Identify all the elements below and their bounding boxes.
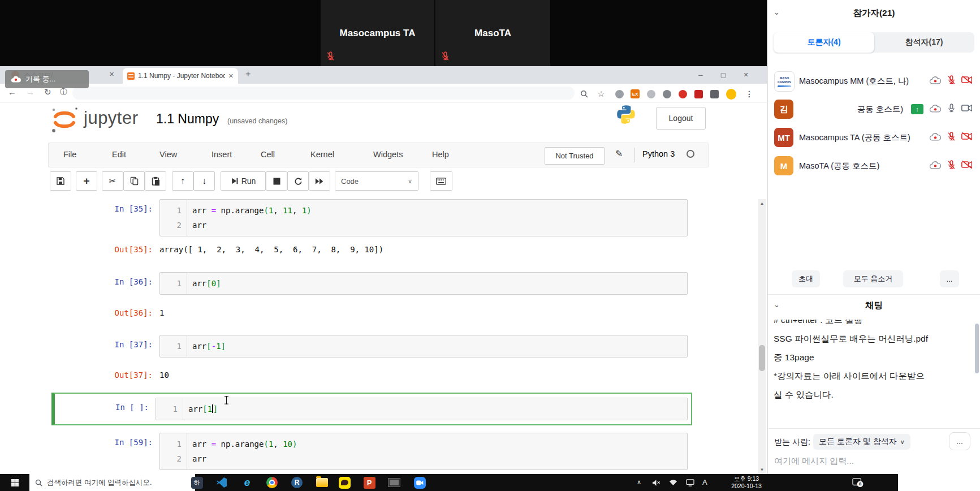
minimize-button[interactable]: ─ [689,66,712,84]
new-tab-button[interactable]: + [245,69,251,79]
chat-recipient-select[interactable]: 모든 토론자 및 참석자 ∨ [813,434,910,450]
toolbar-restart-run-all-button[interactable] [309,171,330,191]
code-cell[interactable]: In [35]:12arr = np.arange(1, 11, 1)arr [55,199,688,236]
menu-widgets[interactable]: Widgets [373,150,403,159]
video-off-icon[interactable] [961,160,973,171]
taskbar-clock[interactable]: 오후 9:13 2020-10-13 [724,475,769,490]
toolbar-command-palette-button[interactable] [430,171,452,191]
toolbar-restart-kernel-button[interactable] [287,171,309,191]
jupyter-wordmark[interactable]: jupyter [84,108,139,128]
toolbar-paste-cell-button[interactable] [145,171,166,191]
taskbar-icon-rstudio[interactable]: R [290,476,304,489]
ime-mode-indicator[interactable]: A [702,478,707,486]
maximize-button[interactable]: ▢ [712,66,735,84]
taskbar-search[interactable]: 검색하려면 여기에 입력하십시오. [29,474,195,491]
participant-row[interactable]: 김공동 호스트)↑ [768,95,980,123]
page-zoom-icon[interactable] [579,89,589,99]
extension-globe-icon[interactable] [614,89,624,99]
menu-view[interactable]: View [159,150,177,159]
participant-row[interactable]: MASOCAMPUSMasocampus MM (호스트, 나) [768,67,980,95]
menu-insert[interactable]: Insert [211,150,232,159]
taskbar-icon-zoom[interactable] [413,476,426,489]
extension-adblock-icon[interactable] [677,89,688,99]
extension-a-icon[interactable] [646,89,656,99]
toolbar-run-button[interactable]: Run [221,171,266,191]
code-cell[interactable]: In [37]:1arr[-1] [55,335,688,358]
ime-toolbar-icon[interactable] [683,476,697,489]
taskbar-icon-kakaotalk[interactable] [338,476,351,489]
participants-more-button[interactable]: ... [940,270,959,287]
invite-button[interactable]: 초대 [792,270,820,287]
logout-button[interactable]: Logout [656,107,706,130]
code-cell[interactable]: In [ ]:1arr[1] [51,393,692,425]
video-off-icon[interactable] [961,75,973,87]
mic-muted-icon[interactable] [947,75,956,87]
chat-scrollbar[interactable] [975,324,979,373]
forward-icon[interactable]: → [26,87,34,97]
network-icon[interactable] [666,476,680,489]
mic-muted-icon[interactable] [947,160,956,172]
extension-dark-icon[interactable] [709,89,719,99]
speaker-muted-icon[interactable] [649,476,663,489]
chat-input[interactable]: 여기에 메시지 입력... [774,456,854,467]
active-tab[interactable]: 1.1 Numpy - Jupyter Notebook ✕ [123,68,238,84]
extension-b-icon[interactable] [662,89,672,99]
tray-expand-icon[interactable]: ∧ [637,479,641,486]
taskbar-icon-hangul[interactable]: 하 [190,476,204,489]
tab-panelists[interactable]: 토론자(4) [774,32,874,53]
browser-scrollbar[interactable]: ▲ ▼ [758,199,766,474]
menu-help[interactable]: Help [432,150,449,159]
toolbar-copy-cell-button[interactable] [123,171,145,191]
taskbar-icon-screenshot[interactable] [387,476,401,489]
address-bar[interactable] [72,87,575,100]
bookmark-star-icon[interactable]: ☆ [596,89,606,99]
mic-muted-icon[interactable] [947,132,956,144]
video-tile[interactable]: Masocampus TA [321,0,434,66]
mute-all-button[interactable]: 모두 음소거 [843,270,903,287]
scroll-up-icon[interactable]: ▲ [758,199,766,208]
mic-icon[interactable] [947,104,956,115]
participant-row[interactable]: MTMasocampus TA (공동 호스트) [768,123,980,152]
reload-icon[interactable]: ↻ [44,87,51,97]
notebook-title[interactable]: 1.1 Numpy [156,111,219,127]
toolbar-move-down-button[interactable]: ↓ [193,171,215,191]
toolbar-cut-cell-button[interactable]: ✂ [102,171,123,191]
extension-grid-icon[interactable] [693,89,703,99]
taskbar-icon-vscode[interactable] [215,476,228,489]
toolbar-interrupt-button[interactable] [266,171,287,191]
menu-cell[interactable]: Cell [261,150,275,159]
code-cell[interactable]: In [59]:12arr = np.arange(1, 10)arr [55,433,688,470]
menu-kernel[interactable]: Kernel [310,150,334,159]
trust-status-button[interactable]: Not Trusted [545,147,605,165]
taskbar-icon-ie[interactable]: e [240,476,254,489]
tab-attendees[interactable]: 참석자(17) [874,32,974,53]
start-button[interactable] [0,474,29,491]
scrollbar-thumb[interactable] [759,345,765,371]
video-off-icon[interactable] [961,132,973,143]
participant-row[interactable]: MMasoTA (공동 호스트) [768,152,980,180]
video-tile[interactable]: MasoTA [435,0,550,66]
taskbar-icon-explorer[interactable] [315,476,329,489]
toolbar-add-cell-button[interactable]: + [76,171,97,191]
code-cell-input[interactable]: 1arr[0] [159,272,688,295]
cell-type-select[interactable]: Code ∨ [335,171,418,191]
close-button[interactable]: ✕ [735,66,757,84]
scroll-down-icon[interactable]: ▼ [758,466,766,474]
profile-avatar-icon[interactable] [726,89,736,99]
menu-dots-icon[interactable]: ⋮ [744,89,754,99]
menu-edit[interactable]: Edit [112,150,126,159]
extension-ex-icon[interactable]: EX [630,89,640,99]
code-cell-input[interactable]: 12arr = np.arange(1, 11, 1)arr [159,199,688,236]
toolbar-save-button[interactable] [50,171,71,191]
edit-title-icon[interactable]: ✎ [615,148,623,159]
code-cell-input[interactable]: 1arr[-1] [159,335,688,358]
page-info-icon[interactable]: ⓘ [60,87,67,97]
back-icon[interactable]: ← [8,87,16,97]
code-cell[interactable]: In [36]:1arr[0] [55,272,688,295]
active-tab-close-icon[interactable]: ✕ [228,72,234,80]
taskbar-icon-chrome[interactable] [265,476,279,489]
chat-message-list[interactable]: # ctrl+enter : 코드 실행SSG 파이썬실무로 배우는 머신러닝.… [774,320,970,423]
action-center-icon[interactable]: 8 [851,476,865,489]
code-cell-input[interactable]: 12arr = np.arange(1, 10)arr [159,433,688,470]
video-icon[interactable] [961,104,973,115]
